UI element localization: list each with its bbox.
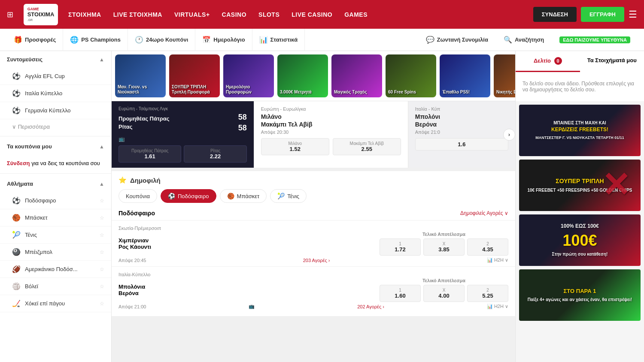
match-row-0-teams: Χιμπέρνιαν Ρος Κάουντι [118, 237, 380, 250]
odd-cell-0-0[interactable]: 1 1.72 [380, 238, 421, 256]
tab-basketball[interactable]: 🏀 Μπάσκετ [220, 189, 267, 203]
nav-promotions[interactable]: 🎁 Προσφορές [7, 29, 63, 51]
promo-card-1[interactable]: ΣΟΥΠΕΡ ΤΡΙΠΛΗ Τριπλή Προσφορά [169, 54, 220, 97]
match-0-score1: 58 [238, 113, 247, 122]
tab-football[interactable]: ⚽ Ποδόσφαιρο [161, 189, 216, 203]
brand-logo[interactable]: GAMESTOIXIMA.GR [24, 4, 58, 25]
match-1-h2h[interactable]: 📊 H2H ∨ [487, 304, 508, 309]
grid-icon[interactable]: ⊞ [7, 10, 13, 19]
match-0-teams: Προμηθέας Πάτρας Ρίτας [118, 115, 170, 130]
nav-calendar[interactable]: 📅 Ημερολόγιο [195, 29, 252, 51]
nav-24h-coupon[interactable]: 🕐 24ωρο Κουπόνι [128, 29, 195, 51]
sidebar-item-american-football[interactable]: 🏈 Αμερικάνικο Ποδόσ... ☆ [0, 261, 111, 278]
tab-football-label: Ποδόσφαιρο [178, 193, 209, 199]
triple-banner-text: ΣΟΥΠΕΡ ΤΡΙΠΛΗ 10€ FREEBET +50 FREESPINS … [525, 177, 635, 193]
promo-card-0[interactable]: Μαν. Γιουν. vs Νιούκαστλ [115, 54, 166, 97]
hamburger-menu-icon[interactable]: ☰ [629, 9, 637, 20]
right-banner-para1[interactable]: ΣΤΟ ΠΑΡΑ 1 Παίξε 4+ αγώνες και αν χάσεις… [519, 269, 641, 321]
promo-label-3: 3.000€ Μετρητά [280, 90, 312, 95]
volleyball-icon: 🏐 [12, 282, 21, 290]
sports-section-header[interactable]: Αθλήματα ▲ [0, 175, 111, 192]
tv-icon: 📺 [118, 136, 125, 142]
sidebar-item-hockey[interactable]: 🏒 Χόκεϊ επί πάγου ☆ [0, 295, 111, 312]
responsible-gaming-badge[interactable]: ΕΔΩ ΠΑΙΖΟΥΜΕ ΥΠΕΥΘΥΝΑ [553, 29, 637, 51]
right-banner-triple[interactable]: ΣΟΥΠΕΡ ΤΡΙΠΛΗ 10€ FREEBET +50 FREESPINS … [519, 160, 641, 211]
coupon-login-link[interactable]: Σύνδεση [7, 160, 30, 166]
right-banner-percent[interactable]: 100% ΕΩΣ 100€ 100€ Στην πρώτη σου κατάθε… [519, 214, 641, 266]
nav-slots[interactable]: SLOTS [258, 11, 279, 18]
nav-casino[interactable]: CASINO [222, 11, 246, 18]
tab-coupons[interactable]: Κουπόνια [118, 189, 157, 203]
match-0-h2h[interactable]: 📊 H2H ∨ [487, 257, 508, 263]
coupons-section-header[interactable]: Τα κουπόνια μου ▲ [0, 138, 111, 155]
odd-btn-2-0[interactable]: 1.6 [415, 138, 508, 151]
odd-val-1-0: 1.60 [382, 293, 419, 299]
promo-card-6[interactable]: Έπαθλο PS5! [440, 54, 490, 97]
sidebar-item-tennis[interactable]: 🎾 Τένις ☆ [0, 226, 111, 244]
tab-tennis[interactable]: 🎾 Τένις [270, 189, 307, 203]
popular-markets-dropdown[interactable]: Δημοφιλείς Αγορές ∨ [460, 210, 508, 216]
coupons-arrow-icon: ▲ [99, 144, 104, 150]
nav-statistics[interactable]: 📊 Στατιστικά [252, 29, 305, 51]
nav-live-casino[interactable]: LIVE CASINO [292, 11, 332, 18]
match-2-next-button[interactable]: › [503, 129, 515, 141]
para1-banner-subtitle: Παίξε 4+ αγώνες και αν χάσεις έναν, θα ε… [525, 297, 635, 303]
betslip-tab-active[interactable]: Δελτίο 0 [516, 51, 580, 72]
sidebar-item-germany-cup[interactable]: ⚽ Γερμανία Κύπελλο [0, 102, 111, 119]
right-banner-ps[interactable]: ΜΠΑΙΝΕΙΣ ΣΤΗ ΜΑΧΗ ΚΑΙ ΚΕΡΔΙΖΕΙΣ FREEBETS… [519, 105, 641, 156]
sidebar-item-england-efl[interactable]: ⚽ Αγγλία EFL Cup [0, 68, 111, 85]
sidebar-more-shortcuts[interactable]: ∨ Περισσότερα [0, 119, 111, 134]
nav-live-stoixima[interactable]: LIVE ΣΤΟΙΧΗΜΑ [113, 11, 162, 18]
match-0-score2: 58 [238, 124, 247, 133]
odd-btn-0-1[interactable]: Ρίτας 2.22 [184, 145, 246, 163]
sidebar-item-basketball[interactable]: 🏀 Μπάσκετ ☆ [0, 209, 111, 226]
nav-ps-champions[interactable]: 🌐 PS Champions [63, 29, 128, 51]
match-0-markets-link[interactable]: 203 Αγορές › [303, 258, 330, 263]
secondary-nav-right: 💬 Ζωντανή Συνομιλία 🔍 Αναζήτηση ΕΔΩ ΠΑΙΖ… [419, 29, 637, 51]
sidebar-item-italy-cup[interactable]: ⚽ Ιταλία Κύπελλο [0, 85, 111, 102]
match-row-1: Ιταλία-Κύπελλο Μπολόνια Βερόνα Τελικό Απ… [112, 266, 515, 313]
match-row-1-odds: 1 1.60 Χ 4.00 2 5.25 [380, 285, 508, 302]
right-banners: ΜΠΑΙΝΕΙΣ ΣΤΗ ΜΑΧΗ ΚΑΙ ΚΕΡΔΙΖΕΙΣ FREEBETS… [516, 101, 644, 328]
sidebar-item-baseball[interactable]: 🎱 Μπέιζμπολ ☆ [0, 244, 111, 261]
match-1-team1: Μιλάνο [261, 113, 401, 120]
sidebar-item-football[interactable]: ⚽ Ποδόσφαιρο ☆ [0, 192, 111, 209]
nav-stoixima[interactable]: ΣΤΟΙΧΗΜΑ [68, 11, 101, 18]
shortcuts-section-header[interactable]: Συντομεύσεις ▲ [0, 51, 111, 68]
hockey-icon: 🏒 [12, 299, 21, 308]
nav-games[interactable]: GAMES [344, 11, 368, 18]
odd-cell-0-1[interactable]: Χ 3.85 [423, 238, 465, 256]
odd-cell-0-2[interactable]: 2 4.35 [467, 238, 508, 256]
match-row-0-header: Χιμπέρνιαν Ρος Κάουντι Τελικό Αποτέλεσμα… [118, 232, 508, 256]
nav-virtuals[interactable]: VIRTUALS+ [174, 11, 210, 18]
promo-card-2[interactable]: Ημερολόγιο Προσφορών [223, 54, 274, 97]
match-1-markets-link[interactable]: 202 Αγορές › [357, 304, 384, 309]
match-1-time: Απόψε 21:00 [118, 304, 146, 309]
ps-banner-subtitle: ΚΕΡΔΙΖΕΙΣ FREEBETS! [525, 126, 635, 133]
germany-cup-label: Γερμανία Κύπελλο [25, 107, 70, 114]
sidebar-item-volleyball[interactable]: 🏐 Βόλεϊ ☆ [0, 278, 111, 295]
promo-card-3[interactable]: 3.000€ Μετρητά [277, 54, 328, 97]
register-button[interactable]: ΕΓΓΡΑΦΗ [581, 7, 624, 22]
match-row-1-team1: Μπολόνια [118, 284, 380, 290]
responsible-gaming-label: ΕΔΩ ΠΑΙΖΟΥΜΕ ΥΠΕΥΘΥΝΑ [559, 36, 630, 43]
odd-cell-1-2[interactable]: 2 5.25 [467, 285, 508, 302]
match-2-league: Ιταλία - Κύπ [415, 106, 508, 112]
odd-btn-0-0[interactable]: Προμηθέας Πάτρας 1.61 [118, 145, 181, 163]
odd-btn-1-maccabi[interactable]: Μακάμπι Τελ Αβίβ 2.55 [333, 138, 401, 155]
odd-cell-1-1[interactable]: Χ 4.00 [423, 285, 465, 302]
login-button[interactable]: ΣΥΝΔΕΣΗ [533, 7, 577, 22]
nav-search[interactable]: 🔍 Αναζήτηση [497, 29, 551, 51]
favorite-icon: ☆ [100, 301, 104, 307]
promo-card-5[interactable]: 60 Free Spins [386, 54, 436, 97]
volleyball-label: Βόλεϊ [25, 283, 38, 290]
odd-cell-1-0[interactable]: 1 1.60 [380, 285, 421, 302]
odd-btn-1-milano[interactable]: Μιλάνο 1.52 [261, 138, 329, 155]
ps-champions-label: PS Champions [81, 36, 121, 43]
promo-card-7[interactable]: Νικητής Εβδομάδας [494, 54, 515, 97]
promo-card-4[interactable]: Μαγικός Τροχός [331, 54, 382, 97]
match-row-0: Σκωτία-Πρέμιερσοιπ Χιμπέρνιαν Ρος Κάουντ… [112, 220, 515, 266]
coupon-link-text: για να δεις τα κουπόνια σου [31, 160, 100, 166]
nav-live-chat[interactable]: 💬 Ζωντανή Συνομιλία [419, 29, 495, 51]
my-bets-tab[interactable]: Τα Στοιχήματά μου [580, 51, 644, 72]
